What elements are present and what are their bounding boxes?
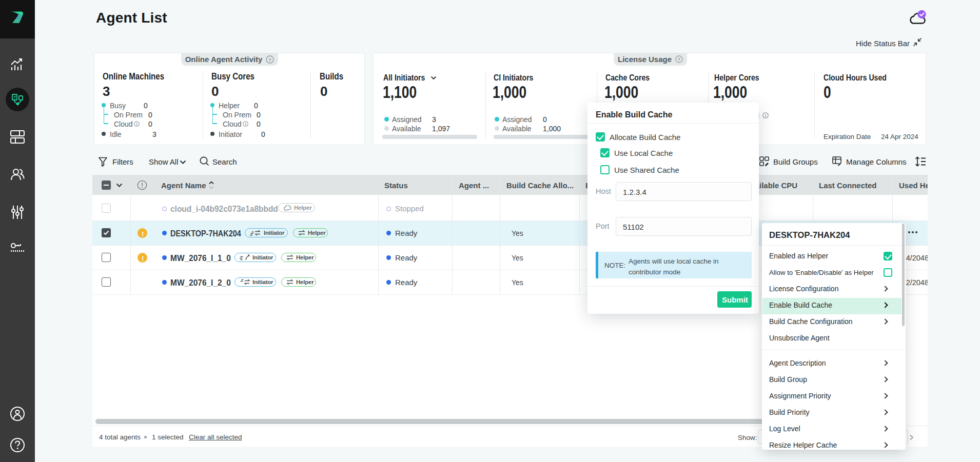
svg-text:?: ?: [678, 57, 680, 62]
svg-text:?: ?: [268, 56, 271, 62]
